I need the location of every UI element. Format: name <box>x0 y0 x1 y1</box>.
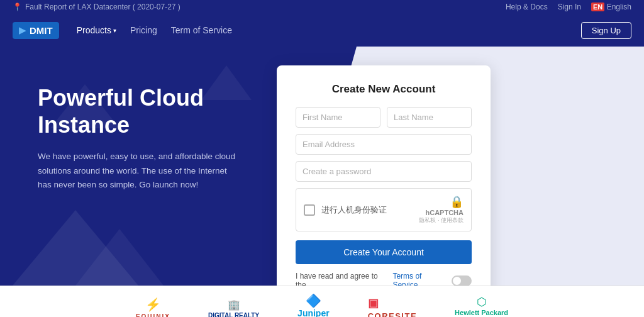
tos-row: I have read and agree to the Terms of Se… <box>296 272 472 286</box>
digital-realty-icon: 🏢 <box>228 299 240 311</box>
tos-text: I have read and agree to the <box>296 272 389 286</box>
logo-text: DMIT <box>30 25 53 36</box>
tos-toggle[interactable] <box>452 275 472 286</box>
alert-right-links: Help & Docs Sign In EN English <box>506 3 631 11</box>
hero-description: We have powerful, easy to use, and affor… <box>38 150 239 192</box>
captcha-left: 进行人机身份验证 <box>304 204 387 216</box>
equinix-logo: ⚡ EQUINIX <box>136 297 170 317</box>
lang-label: English <box>607 3 631 11</box>
signup-button[interactable]: Sign Up <box>581 22 631 39</box>
tos-link[interactable]: Term of Service <box>171 25 232 35</box>
navbar: ▶ DMIT Products ▾ Pricing Term of Servic… <box>0 14 644 47</box>
first-name-input[interactable] <box>296 107 380 128</box>
hero-section: Powerful Cloud Instance We have powerful… <box>0 47 644 286</box>
lang-selector[interactable]: EN English <box>591 3 631 11</box>
help-docs-link[interactable]: Help & Docs <box>506 3 548 11</box>
juniper-name: Juniper <box>297 308 330 318</box>
juniper-logo: 🔷 Juniper NETWORKS <box>297 293 330 318</box>
password-input[interactable] <box>296 161 472 182</box>
equinix-icon: ⚡ <box>145 297 161 312</box>
captcha-label: 进行人机身份验证 <box>321 204 387 216</box>
alert-text: 📍 Fault Report of LAX Datacenter ( 2020-… <box>13 3 180 11</box>
products-menu[interactable]: Products ▾ <box>77 25 116 35</box>
juniper-icon: 🔷 <box>306 293 321 308</box>
hp-name: Hewlett Packard <box>455 309 508 316</box>
partners-bar: ⚡ EQUINIX 🏢 DIGITAL REALTY 🔷 Juniper NET… <box>0 286 644 317</box>
flag-icon: EN <box>591 3 604 11</box>
hero-content: Powerful Cloud Instance We have powerful… <box>0 47 644 286</box>
alert-icon: 📍 <box>13 3 22 11</box>
equinix-name: EQUINIX <box>136 313 170 317</box>
alert-bar: 📍 Fault Report of LAX Datacenter ( 2020-… <box>0 0 644 14</box>
coresite-logo: ▣ CORESITE <box>368 296 417 317</box>
form-title: Create New Account <box>296 83 472 96</box>
hp-enterprise-logo: ⬡ Hewlett Packard Enterprise <box>455 295 508 318</box>
nav-left: ▶ DMIT Products ▾ Pricing Term of Servic… <box>13 22 232 39</box>
captcha-right: 🔒 hCAPTCHA 隐私权 · 使用条款 <box>419 195 464 225</box>
tos-link-inline[interactable]: Terms of Service <box>392 272 448 286</box>
coresite-icon: ▣ <box>368 297 379 309</box>
pricing-link[interactable]: Pricing <box>130 25 157 35</box>
nav-right: Sign Up <box>581 22 631 39</box>
signin-link[interactable]: Sign In <box>558 3 581 11</box>
logo-arrow-icon: ▶ <box>19 25 26 35</box>
hero-title: Powerful Cloud Instance <box>38 84 277 138</box>
last-name-input[interactable] <box>387 107 472 128</box>
hp-icon: ⬡ <box>477 295 487 309</box>
digital-realty-logo: 🏢 DIGITAL REALTY <box>208 299 259 318</box>
captcha-brand-icon: 🔒 <box>450 196 464 208</box>
digital-realty-name: DIGITAL REALTY <box>208 312 259 318</box>
coresite-name: CORESITE <box>368 311 417 317</box>
captcha-sublabel: 隐私权 · 使用条款 <box>419 216 464 225</box>
alert-message: Fault Report of LAX Datacenter ( 2020-07… <box>25 3 180 11</box>
name-row <box>296 107 472 128</box>
captcha-brand-label: hCAPTCHA <box>419 209 464 216</box>
logo[interactable]: ▶ DMIT <box>13 22 59 39</box>
chevron-down-icon: ▾ <box>113 27 116 34</box>
products-label: Products <box>77 25 111 35</box>
signup-form-card: Create New Account 进行人机身份验证 🔒 hCAPTCHA <box>277 65 491 286</box>
captcha-checkbox[interactable] <box>304 204 315 216</box>
captcha-widget[interactable]: 进行人机身份验证 🔒 hCAPTCHA 隐私权 · 使用条款 <box>296 188 472 231</box>
create-account-button[interactable]: Create Your Account <box>296 240 472 264</box>
email-input[interactable] <box>296 134 472 155</box>
nav-links: Products ▾ Pricing Term of Service <box>77 25 232 35</box>
hero-text: Powerful Cloud Instance We have powerful… <box>38 72 277 192</box>
